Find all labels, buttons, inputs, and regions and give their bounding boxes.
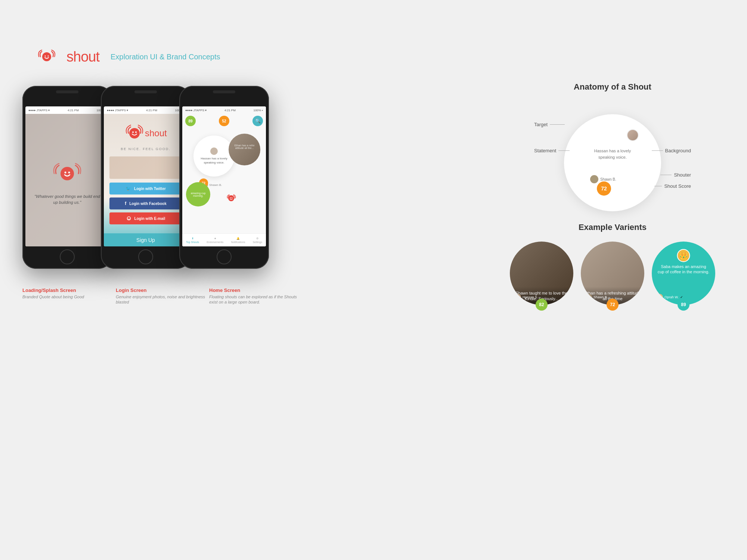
email-btn-label: Login with E-mail <box>134 217 165 221</box>
shout-user-name: Shawn B. <box>209 183 222 187</box>
splash-quote: "Whatever good things we build end up bu… <box>25 194 109 205</box>
svg-point-7 <box>132 131 134 133</box>
splash-logo <box>52 162 82 186</box>
anatomy-score: 72 <box>597 181 611 196</box>
variant-circle-1: Shawn taught me to love the Kindle. Seri… <box>510 242 573 305</box>
shout-score-line <box>654 186 662 186</box>
background-line <box>652 150 663 151</box>
variant-user-2: Shawn B. <box>585 294 608 301</box>
caption-sub-3: Floating shouts can be explored as if th… <box>209 294 299 305</box>
variant-card-2: Ethan has a refreshing attitude all the … <box>581 242 644 311</box>
logo-icon <box>37 49 63 65</box>
status-time-1: 4:21 PM <box>68 109 79 112</box>
facebook-icon: f <box>125 201 126 206</box>
variants-title: Example Varients <box>500 223 725 232</box>
twitter-login-button[interactable]: 🐦 Login with Twitter <box>109 183 182 195</box>
gray-bubble: Ethan has a refre attitude all the... <box>229 134 260 165</box>
green-bubble-text: amazing cup morning. <box>186 182 210 206</box>
variants-row: Shawn taught me to love the Kindle. Seri… <box>500 242 725 311</box>
nav-notif-icon: 🔔 <box>236 237 240 240</box>
search-button[interactable]: 🔍 <box>252 116 263 126</box>
email-icon <box>126 217 131 220</box>
svg-point-0 <box>42 52 51 61</box>
svg-point-3 <box>61 167 74 180</box>
twitter-btn-label: Login with Twitter <box>134 187 166 191</box>
header: shout Exploration UI & Brand Concepts <box>37 49 220 65</box>
facebook-login-button[interactable]: f Login with Facebook <box>109 197 182 209</box>
nav-endorsements[interactable]: ★ Endorsements <box>207 237 223 243</box>
caption-sub-2: Genuine enjoyment photos, noise and brig… <box>116 294 205 305</box>
phones-container: ●●●● JTAPPS ▾ 4:21 PM 100% ▪ <box>22 86 269 269</box>
score-badge-52: 52 <box>219 116 229 126</box>
anatomy-label-background: Background <box>652 148 691 153</box>
svg-point-6 <box>129 128 140 139</box>
svg-point-12 <box>230 197 231 198</box>
bubble-statement: Hassan has a lovely speaking voice. <box>197 157 231 165</box>
score-badge-89: 89 <box>185 116 196 126</box>
nav-settings[interactable]: ⚙ Settings <box>253 237 262 243</box>
home-btn-3[interactable] <box>217 249 232 264</box>
home-btn-1[interactable] <box>60 249 75 264</box>
phone-login: ●●●● JTAPPS ▾ 4:21 PM 100% ▪ shout <box>101 86 190 269</box>
variant-avatar-3-top: 👑 <box>677 249 690 262</box>
variant-user-1: Hassan S. <box>514 294 538 301</box>
svg-point-4 <box>65 172 66 174</box>
nav-top-shouts[interactable]: ⬆ Top Shouts <box>186 237 199 243</box>
caption-phone1: Loading/Splash Screen Branded Quote abou… <box>22 287 112 305</box>
variant-overlay-3: Saba makes an amazing cup of coffee in t… <box>652 264 715 275</box>
home-bottom-nav: ⬆ Top Shouts ★ Endorsements 🔔 Notificati… <box>182 233 266 246</box>
anatomy-label-shout-score: Shout Score <box>654 183 691 189</box>
variant-score-3: 89 <box>678 299 689 311</box>
phone-home: ●●●● JTAPPS ▾ 4:21 PM 100% ▪ 89 52 🔍 <box>179 86 269 269</box>
nav-shouts-icon: ⬆ <box>192 237 194 240</box>
variant-text-3: Saba makes an amazing cup of coffee in t… <box>657 264 710 275</box>
svg-text:shout: shout <box>145 128 167 138</box>
caption-phone3: Home Screen Floating shouts can be explo… <box>209 287 299 305</box>
nav-endorse-icon: ★ <box>214 237 216 240</box>
status-time-2: 4:21 PM <box>146 109 157 112</box>
login-shout-logo: shout <box>123 123 168 144</box>
variant-avatar-1 <box>514 294 521 301</box>
svg-point-2 <box>48 56 49 57</box>
right-panel: Anatomy of a Shout Hassan has a lovely s… <box>500 82 725 311</box>
signup-button[interactable]: Sign Up <box>104 233 187 246</box>
anatomy-circle: Hassan has a lovely speaking voice. Shaw… <box>564 114 661 211</box>
caption-title-1: Loading/Splash Screen <box>22 287 112 293</box>
variant-card-3: 👑 Saba makes an amazing cup of coffee in… <box>652 242 715 311</box>
status-carrier-3: ●●●● JTAPPS ▾ <box>185 109 207 112</box>
caption-title-3: Home Screen <box>209 287 299 293</box>
signup-label: Sign Up <box>136 237 155 243</box>
anatomy-title: Anatomy of a Shout <box>500 82 725 92</box>
svg-point-8 <box>135 131 137 133</box>
status-bar-2: ●●●● JTAPPS ▾ 4:21 PM 100% ▪ <box>104 106 187 114</box>
gray-bubble-text: Ethan has a refre attitude all the... <box>229 141 260 152</box>
nav-shouts-label: Top Shouts <box>186 241 199 243</box>
anatomy-target-avatar <box>627 129 639 141</box>
email-login-button[interactable]: Login with E-mail <box>109 212 182 224</box>
splash-content: "Whatever good things we build end up bu… <box>25 114 109 246</box>
avatar-emoji: 👑 <box>679 252 688 260</box>
svg-point-5 <box>68 172 70 174</box>
shouter-line <box>660 175 672 175</box>
variant-circle-2: Ethan has a refreshing attitude all the … <box>581 242 644 305</box>
nav-notif-label: Notifications <box>231 241 245 243</box>
svg-point-10 <box>127 217 130 220</box>
home-content: ●●●● JTAPPS ▾ 4:21 PM 100% ▪ 89 52 🔍 <box>182 106 266 246</box>
login-bg-overlay <box>109 156 182 179</box>
variant-user-3: Oprah W. ✓ <box>656 294 683 301</box>
shout-bubbles-area: Hassan has a lovely speaking voice. Shaw… <box>182 128 266 210</box>
home-screen: ●●●● JTAPPS ▾ 4:21 PM 100% ▪ 89 52 🔍 <box>182 106 266 246</box>
anatomy-diagram: Hassan has a lovely speaking voice. Shaw… <box>534 103 691 208</box>
login-logo: shout <box>123 123 168 145</box>
caption-sub-1: Branded Quote about being Good <box>22 294 112 299</box>
login-screen: ●●●● JTAPPS ▾ 4:21 PM 100% ▪ shout <box>104 106 187 246</box>
variant-username-1: Hassan S. <box>523 295 538 299</box>
nav-notifications[interactable]: 🔔 Notifications <box>231 237 245 243</box>
home-btn-2[interactable] <box>138 249 153 264</box>
phone-notch-1 <box>56 90 78 93</box>
svg-point-13 <box>232 197 232 198</box>
login-content: shout BE NICE. FEEL GOOD. 🐦 Login with T… <box>104 114 187 246</box>
anatomy-shouter-name: Shawn B. <box>600 177 616 181</box>
variant-avatar-3 <box>656 294 663 301</box>
phone-splash: ●●●● JTAPPS ▾ 4:21 PM 100% ▪ <box>22 86 112 269</box>
